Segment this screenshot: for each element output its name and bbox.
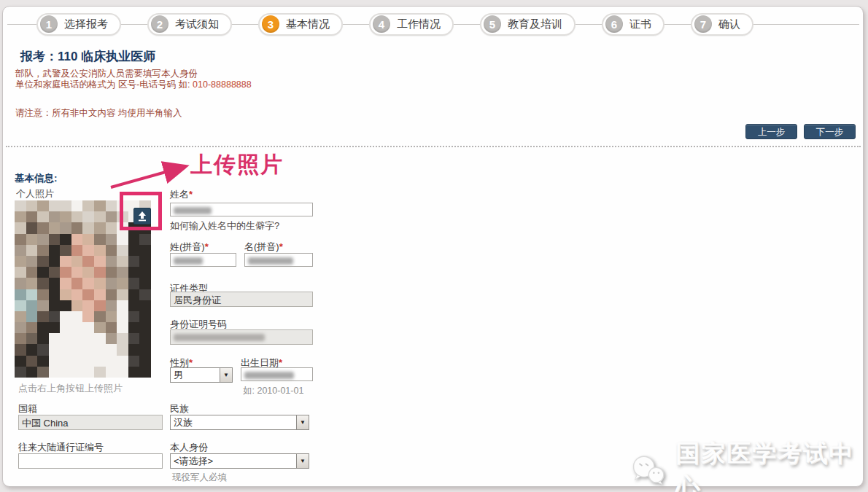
- step-label: 证书: [629, 17, 651, 31]
- wechat-icon: [629, 453, 669, 488]
- required-asterisk: *: [189, 357, 193, 368]
- required-asterisk: *: [279, 357, 282, 368]
- step-number-badge: 4: [373, 15, 390, 33]
- next-step-button[interactable]: 下一步: [804, 124, 856, 139]
- step-connector: [7, 24, 36, 25]
- step-connector: [121, 24, 147, 25]
- redacted-surname-pinyin-value: [174, 257, 203, 265]
- redacted-id-number-value: [174, 334, 265, 341]
- ethnicity-label: 民族: [170, 402, 189, 415]
- id-number-readonly-field: [170, 329, 313, 345]
- givenname-pinyin-input[interactable]: [244, 253, 313, 267]
- gender-label-text: 性别: [170, 357, 189, 368]
- gender-select[interactable]: 男 ▼: [170, 367, 233, 383]
- upload-button-highlight-box: [120, 192, 162, 230]
- required-asterisk: *: [205, 241, 209, 252]
- watermark-text: 国家医学考试中心: [676, 437, 868, 492]
- step-label: 工作情况: [397, 17, 441, 31]
- ethnicity-select-value: 汉族: [171, 416, 296, 429]
- step-number-badge: 3: [262, 15, 279, 33]
- personal-identity-label: 本人身份: [170, 441, 208, 454]
- site-watermark: 国家医学考试中心: [629, 437, 868, 492]
- step-number-badge: 6: [605, 15, 623, 33]
- givenname-pinyin-label: 名(拼音)*: [244, 241, 283, 254]
- chevron-down-icon[interactable]: ▼: [296, 415, 309, 429]
- step-7-confirm[interactable]: 7 确认: [691, 13, 753, 36]
- step-connector: [454, 24, 480, 25]
- previous-step-button[interactable]: 上一步: [745, 124, 797, 139]
- personal-identity-select[interactable]: <请选择> ▼: [170, 453, 309, 469]
- step-6-certificate[interactable]: 6 证书: [602, 13, 664, 36]
- rare-character-help-link[interactable]: 如何输入姓名中的生僻字?: [170, 219, 279, 233]
- exam-registration-title: 报考：110 临床执业医师: [20, 48, 155, 65]
- basic-info-section-title: 基本信息:: [15, 172, 58, 185]
- birth-date-label-text: 出生日期: [241, 357, 279, 368]
- chevron-down-icon[interactable]: ▼: [220, 368, 232, 382]
- name-input[interactable]: [170, 203, 313, 216]
- ethnicity-select[interactable]: 汉族 ▼: [170, 415, 309, 430]
- redacted-givenname-pinyin-value: [248, 257, 293, 265]
- step-5-education-training[interactable]: 5 教育及培训: [480, 13, 576, 36]
- step-label: 考试须知: [175, 17, 219, 31]
- birth-date-input[interactable]: [241, 367, 313, 381]
- birth-date-format-hint: 如: 2010-01-01: [243, 385, 303, 397]
- step-label: 选择报考: [64, 17, 108, 31]
- notice-phone-example: 010-88888888: [193, 79, 252, 90]
- mainland-permit-input-field[interactable]: [22, 456, 159, 466]
- redacted-name-value: [174, 207, 212, 214]
- step-3-basic-info-active[interactable]: 3 基本情况: [258, 13, 343, 36]
- nationality-readonly-field: 中国 China: [18, 415, 163, 430]
- chevron-down-icon[interactable]: ▼: [296, 454, 309, 468]
- upload-photo-hint: 点击右上角按钮上传照片: [18, 382, 123, 395]
- step-connector: [343, 24, 369, 25]
- id-type-readonly-field: 居民身份证: [170, 292, 313, 307]
- step-number-badge: 1: [40, 15, 58, 33]
- step-number-badge: 2: [151, 15, 168, 33]
- notice-phone-format: 单位和家庭电话的格式为 区号-电话号码 如: 010-88888888: [15, 79, 252, 91]
- dashed-separator: [6, 146, 861, 147]
- personal-photo-label: 个人照片: [16, 187, 54, 200]
- name-label-text: 姓名: [170, 189, 189, 200]
- redacted-birth-date-value: [244, 372, 294, 379]
- mainland-permit-input[interactable]: [18, 453, 163, 469]
- step-number-badge: 5: [484, 15, 501, 33]
- step-4-work-info[interactable]: 4 工作情况: [369, 13, 454, 36]
- personal-identity-select-value: <请选择>: [171, 455, 296, 468]
- notice-halfwidth-input: 请注意：所有非中文内容 均使用半角输入: [15, 107, 182, 120]
- step-label: 确认: [718, 17, 740, 31]
- step-connector: [576, 24, 602, 25]
- givenname-pinyin-label-text: 名(拼音): [244, 241, 279, 252]
- mainland-permit-label: 往来大陆通行证编号: [18, 441, 104, 454]
- step-1-select-exam[interactable]: 1 选择报考: [36, 13, 121, 36]
- notice-phone-format-text: 单位和家庭电话的格式为 区号-电话号码 如:: [15, 79, 193, 90]
- upload-photo-annotation: 上传照片: [190, 150, 284, 180]
- step-2-exam-notice[interactable]: 2 考试须知: [147, 13, 232, 36]
- active-military-hint: 现役军人必填: [172, 472, 227, 484]
- step-connector: [753, 24, 859, 25]
- name-label: 姓名*: [170, 188, 193, 201]
- surname-pinyin-label: 姓(拼音)*: [170, 241, 209, 254]
- gender-select-value: 男: [171, 369, 220, 382]
- nationality-label: 国籍: [18, 402, 37, 415]
- step-connector: [664, 24, 691, 25]
- registration-page: 1 选择报考 2 考试须知 3 基本情况 4 工作情况 5 教育及培训 6 证书: [0, 0, 868, 492]
- step-wizard: 1 选择报考 2 考试须知 3 基本情况 4 工作情况 5 教育及培训 6 证书: [7, 12, 859, 36]
- step-label: 基本情况: [286, 17, 330, 31]
- required-asterisk: *: [279, 241, 283, 252]
- required-asterisk: *: [189, 189, 193, 200]
- surname-pinyin-input[interactable]: [170, 253, 236, 267]
- surname-pinyin-label-text: 姓(拼音): [170, 241, 205, 252]
- step-label: 教育及培训: [508, 17, 562, 31]
- step-connector: [232, 24, 258, 25]
- step-number-badge: 7: [694, 15, 712, 33]
